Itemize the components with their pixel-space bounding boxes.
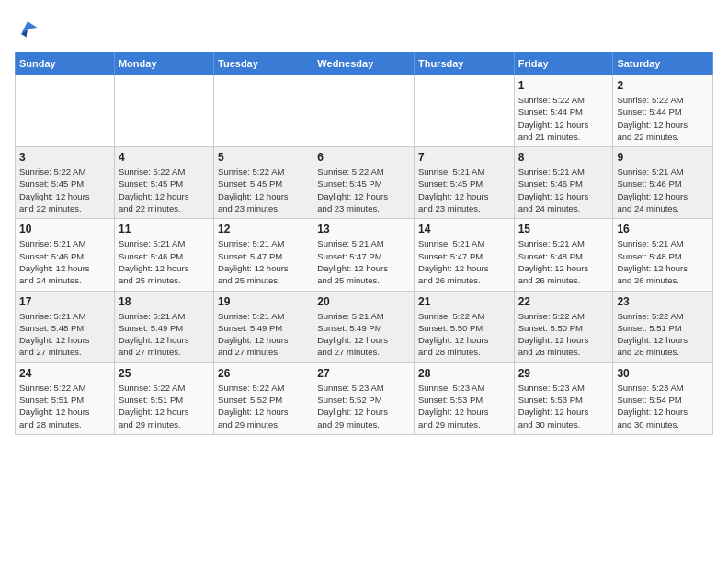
day-info: Sunrise: 5:23 AM Sunset: 5:54 PM Dayligh… <box>617 382 709 431</box>
day-number: 19 <box>218 295 309 308</box>
day-info: Sunrise: 5:21 AM Sunset: 5:46 PM Dayligh… <box>19 237 110 286</box>
day-number: 4 <box>119 151 210 164</box>
header <box>15 15 713 40</box>
day-number: 24 <box>19 367 110 380</box>
day-info: Sunrise: 5:21 AM Sunset: 5:48 PM Dayligh… <box>19 310 110 359</box>
day-info: Sunrise: 5:22 AM Sunset: 5:45 PM Dayligh… <box>317 166 410 214</box>
calendar-cell <box>313 75 415 147</box>
day-number: 11 <box>119 223 210 236</box>
day-number: 9 <box>617 151 709 164</box>
calendar-cell <box>114 75 213 147</box>
day-header-sunday: Sunday <box>16 52 115 75</box>
day-info: Sunrise: 5:21 AM Sunset: 5:47 PM Dayligh… <box>418 237 510 286</box>
day-number: 5 <box>218 151 309 164</box>
day-info: Sunrise: 5:21 AM Sunset: 5:48 PM Dayligh… <box>617 237 709 286</box>
calendar-cell: 3Sunrise: 5:22 AM Sunset: 5:45 PM Daylig… <box>16 147 115 219</box>
day-info: Sunrise: 5:22 AM Sunset: 5:51 PM Dayligh… <box>19 382 110 431</box>
day-header-saturday: Saturday <box>613 52 713 75</box>
day-number: 14 <box>418 223 510 236</box>
day-number: 6 <box>317 151 410 164</box>
day-number: 1 <box>518 79 609 92</box>
logo <box>15 15 44 40</box>
calendar-cell: 19Sunrise: 5:21 AM Sunset: 5:49 PM Dayli… <box>214 291 313 362</box>
calendar-cell: 9Sunrise: 5:21 AM Sunset: 5:46 PM Daylig… <box>613 147 713 219</box>
day-info: Sunrise: 5:23 AM Sunset: 5:52 PM Dayligh… <box>317 382 410 431</box>
day-info: Sunrise: 5:22 AM Sunset: 5:51 PM Dayligh… <box>617 310 709 359</box>
day-number: 21 <box>418 295 510 308</box>
day-info: Sunrise: 5:22 AM Sunset: 5:45 PM Dayligh… <box>119 166 210 214</box>
calendar-cell: 26Sunrise: 5:22 AM Sunset: 5:52 PM Dayli… <box>214 362 313 434</box>
day-info: Sunrise: 5:21 AM Sunset: 5:47 PM Dayligh… <box>317 237 410 286</box>
logo-bird-icon <box>15 15 40 40</box>
day-number: 22 <box>518 295 609 308</box>
day-number: 3 <box>19 151 110 164</box>
calendar-cell: 16Sunrise: 5:21 AM Sunset: 5:48 PM Dayli… <box>613 219 713 291</box>
calendar-cell: 8Sunrise: 5:21 AM Sunset: 5:46 PM Daylig… <box>514 147 613 219</box>
calendar-week-row: 3Sunrise: 5:22 AM Sunset: 5:45 PM Daylig… <box>16 147 713 219</box>
day-number: 20 <box>317 295 410 308</box>
calendar-header-row: SundayMondayTuesdayWednesdayThursdayFrid… <box>16 52 713 75</box>
calendar-cell: 18Sunrise: 5:21 AM Sunset: 5:49 PM Dayli… <box>114 291 213 362</box>
day-header-wednesday: Wednesday <box>313 52 415 75</box>
calendar-cell: 11Sunrise: 5:21 AM Sunset: 5:46 PM Dayli… <box>114 219 213 291</box>
day-info: Sunrise: 5:21 AM Sunset: 5:47 PM Dayligh… <box>218 237 309 286</box>
calendar-cell: 29Sunrise: 5:23 AM Sunset: 5:53 PM Dayli… <box>514 362 613 434</box>
day-info: Sunrise: 5:22 AM Sunset: 5:50 PM Dayligh… <box>418 310 510 359</box>
day-info: Sunrise: 5:21 AM Sunset: 5:48 PM Dayligh… <box>518 237 609 286</box>
calendar-cell <box>16 75 115 147</box>
calendar-cell <box>214 75 313 147</box>
calendar-cell: 6Sunrise: 5:22 AM Sunset: 5:45 PM Daylig… <box>313 147 415 219</box>
day-number: 10 <box>19 223 110 236</box>
day-info: Sunrise: 5:22 AM Sunset: 5:45 PM Dayligh… <box>19 166 110 214</box>
calendar-week-row: 17Sunrise: 5:21 AM Sunset: 5:48 PM Dayli… <box>16 291 713 362</box>
calendar-week-row: 10Sunrise: 5:21 AM Sunset: 5:46 PM Dayli… <box>16 219 713 291</box>
day-number: 15 <box>518 223 609 236</box>
day-number: 2 <box>617 79 709 92</box>
day-header-monday: Monday <box>114 52 213 75</box>
day-number: 29 <box>518 367 609 380</box>
calendar-cell: 14Sunrise: 5:21 AM Sunset: 5:47 PM Dayli… <box>414 219 514 291</box>
day-header-thursday: Thursday <box>414 52 514 75</box>
day-info: Sunrise: 5:23 AM Sunset: 5:53 PM Dayligh… <box>518 382 609 431</box>
day-number: 7 <box>418 151 510 164</box>
day-number: 8 <box>518 151 609 164</box>
calendar-cell: 28Sunrise: 5:23 AM Sunset: 5:53 PM Dayli… <box>414 362 514 434</box>
day-info: Sunrise: 5:21 AM Sunset: 5:46 PM Dayligh… <box>617 166 709 214</box>
day-info: Sunrise: 5:23 AM Sunset: 5:53 PM Dayligh… <box>418 382 510 431</box>
calendar: SundayMondayTuesdayWednesdayThursdayFrid… <box>15 52 713 435</box>
calendar-cell: 27Sunrise: 5:23 AM Sunset: 5:52 PM Dayli… <box>313 362 415 434</box>
day-number: 23 <box>617 295 709 308</box>
day-info: Sunrise: 5:21 AM Sunset: 5:49 PM Dayligh… <box>317 310 410 359</box>
calendar-cell: 13Sunrise: 5:21 AM Sunset: 5:47 PM Dayli… <box>313 219 415 291</box>
day-info: Sunrise: 5:21 AM Sunset: 5:49 PM Dayligh… <box>119 310 210 359</box>
calendar-cell: 15Sunrise: 5:21 AM Sunset: 5:48 PM Dayli… <box>514 219 613 291</box>
day-number: 30 <box>617 367 709 380</box>
calendar-cell: 5Sunrise: 5:22 AM Sunset: 5:45 PM Daylig… <box>214 147 313 219</box>
day-number: 18 <box>119 295 210 308</box>
calendar-week-row: 24Sunrise: 5:22 AM Sunset: 5:51 PM Dayli… <box>16 362 713 434</box>
day-info: Sunrise: 5:22 AM Sunset: 5:45 PM Dayligh… <box>218 166 309 214</box>
calendar-cell: 21Sunrise: 5:22 AM Sunset: 5:50 PM Dayli… <box>414 291 514 362</box>
day-info: Sunrise: 5:21 AM Sunset: 5:45 PM Dayligh… <box>418 166 510 214</box>
calendar-cell: 1Sunrise: 5:22 AM Sunset: 5:44 PM Daylig… <box>514 75 613 147</box>
calendar-cell: 2Sunrise: 5:22 AM Sunset: 5:44 PM Daylig… <box>613 75 713 147</box>
calendar-cell: 17Sunrise: 5:21 AM Sunset: 5:48 PM Dayli… <box>16 291 115 362</box>
calendar-cell: 24Sunrise: 5:22 AM Sunset: 5:51 PM Dayli… <box>16 362 115 434</box>
day-info: Sunrise: 5:21 AM Sunset: 5:49 PM Dayligh… <box>218 310 309 359</box>
calendar-cell: 30Sunrise: 5:23 AM Sunset: 5:54 PM Dayli… <box>613 362 713 434</box>
calendar-cell: 23Sunrise: 5:22 AM Sunset: 5:51 PM Dayli… <box>613 291 713 362</box>
day-info: Sunrise: 5:21 AM Sunset: 5:46 PM Dayligh… <box>518 166 609 214</box>
day-info: Sunrise: 5:22 AM Sunset: 5:52 PM Dayligh… <box>218 382 309 431</box>
day-number: 27 <box>317 367 410 380</box>
day-info: Sunrise: 5:21 AM Sunset: 5:46 PM Dayligh… <box>119 237 210 286</box>
day-info: Sunrise: 5:22 AM Sunset: 5:51 PM Dayligh… <box>119 382 210 431</box>
calendar-cell: 7Sunrise: 5:21 AM Sunset: 5:45 PM Daylig… <box>414 147 514 219</box>
day-number: 13 <box>317 223 410 236</box>
day-header-tuesday: Tuesday <box>214 52 313 75</box>
day-number: 17 <box>19 295 110 308</box>
calendar-cell: 22Sunrise: 5:22 AM Sunset: 5:50 PM Dayli… <box>514 291 613 362</box>
calendar-cell <box>414 75 514 147</box>
calendar-cell: 4Sunrise: 5:22 AM Sunset: 5:45 PM Daylig… <box>114 147 213 219</box>
day-info: Sunrise: 5:22 AM Sunset: 5:44 PM Dayligh… <box>617 94 709 143</box>
day-number: 12 <box>218 223 309 236</box>
